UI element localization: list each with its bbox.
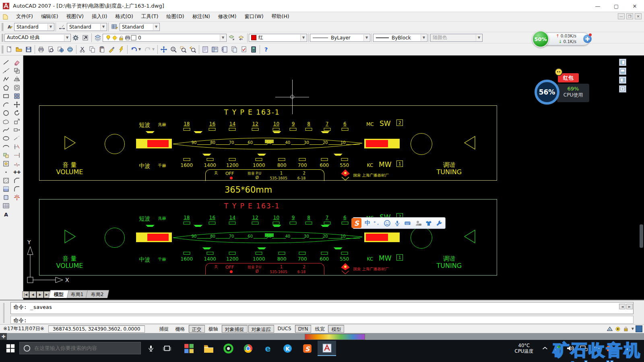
- draw-point-button[interactable]: [1, 168, 11, 176]
- color-combo[interactable]: 红▼: [249, 34, 307, 42]
- save-button[interactable]: [24, 45, 33, 54]
- workspace-combo[interactable]: AutoCAD 经典▼: [4, 34, 71, 42]
- designcenter-button[interactable]: [210, 45, 220, 54]
- taskbar-app-file-explorer[interactable]: [199, 341, 218, 356]
- status-toggle-对象追踪[interactable]: 对象追踪: [248, 325, 274, 333]
- clean-screen-button[interactable]: [636, 325, 642, 332]
- status-toggle-正交[interactable]: 正交: [189, 325, 205, 333]
- modify-fillet-button[interactable]: [12, 185, 22, 193]
- help-button[interactable]: ?: [261, 45, 271, 54]
- plot-preview-button[interactable]: [46, 45, 56, 54]
- modify-move-button[interactable]: [12, 100, 22, 109]
- draw-make-block-button[interactable]: [1, 159, 11, 168]
- task-view-button[interactable]: [158, 341, 176, 356]
- mdi-restore-button[interactable]: ❐: [626, 13, 633, 19]
- voice-input-icon[interactable]: [394, 220, 400, 227]
- 3d-dwf-button[interactable]: [65, 45, 75, 54]
- layer-combo[interactable]: 0 ▼: [103, 34, 227, 42]
- match-properties-button[interactable]: [107, 45, 116, 54]
- layout-tab-布局2[interactable]: 布局2: [86, 290, 109, 298]
- close-button[interactable]: ✕: [625, 0, 644, 12]
- red-packet-widget[interactable]: 红包: [558, 73, 579, 82]
- pan-button[interactable]: [159, 45, 169, 54]
- layer-properties-icon[interactable]: [93, 33, 103, 43]
- quickcalc-button[interactable]: [249, 45, 258, 54]
- memory-ball[interactable]: 50%: [532, 31, 549, 47]
- menu-item-2[interactable]: 编辑(E): [37, 12, 62, 21]
- modify-lengthen-button[interactable]: [12, 134, 22, 142]
- status-menu-caret[interactable]: ▼: [632, 327, 634, 331]
- menu-item-5[interactable]: 格式(O): [111, 12, 137, 21]
- docked-palette-button-3[interactable]: [619, 76, 626, 84]
- taskbar-app-kugou-music[interactable]: K: [278, 341, 297, 356]
- zoom-realtime-button[interactable]: ±: [169, 45, 178, 54]
- ime-indicator[interactable]: 中: [594, 345, 600, 352]
- make-layer-current-icon[interactable]: [227, 33, 236, 43]
- copy-button[interactable]: [87, 45, 97, 54]
- toolbar-lock-icon[interactable]: [623, 326, 629, 332]
- status-toggle-栅格[interactable]: 栅格: [173, 325, 188, 333]
- lineweight-combo[interactable]: ByBlock▼: [373, 34, 427, 42]
- tab-nav-2[interactable]: ◀: [29, 291, 36, 298]
- draw-gradient-button[interactable]: [1, 185, 11, 193]
- layout-tab-布局1[interactable]: 布局1: [66, 290, 89, 298]
- background-window-edge[interactable]: [305, 334, 365, 340]
- toolbar-grip[interactable]: [1, 23, 3, 31]
- toolbar-grip[interactable]: [1, 34, 3, 42]
- status-toggle-对象捕捉[interactable]: 对象捕捉: [222, 325, 248, 333]
- minimize-button[interactable]: —: [588, 0, 607, 12]
- soft-keyboard-icon[interactable]: [404, 220, 411, 227]
- modify-scale-button[interactable]: [12, 117, 22, 125]
- layout-tab-模型[interactable]: 模型: [49, 290, 69, 298]
- redo-button[interactable]: ▼: [142, 45, 156, 54]
- modify-chamfer-button[interactable]: [12, 176, 22, 185]
- draw-arc-button[interactable]: [1, 100, 11, 109]
- modify-mirror-button[interactable]: [12, 75, 22, 83]
- mdi-minimize-button[interactable]: —: [618, 13, 625, 19]
- modify-explode-button[interactable]: [12, 193, 22, 202]
- text-style-combo[interactable]: Standard▼: [14, 23, 54, 31]
- layer-previous-icon[interactable]: [236, 33, 246, 43]
- properties-button[interactable]: [200, 45, 210, 54]
- start-button[interactable]: [3, 342, 18, 354]
- draw-multiline-text-button[interactable]: A: [1, 210, 11, 218]
- dim-style-combo[interactable]: Standard▼: [67, 23, 107, 31]
- sogou-logo-icon[interactable]: S: [351, 218, 361, 228]
- menu-item-6[interactable]: 工具(T): [137, 12, 162, 21]
- taskbar-app-browser-chrome[interactable]: [239, 341, 257, 356]
- status-toggle-极轴[interactable]: 极轴: [206, 325, 221, 333]
- net-speed-widget[interactable]: 50% ↑0.03K/s ↓0.1K/s ✚: [532, 31, 592, 47]
- taskbar-app-toolbox-app[interactable]: [180, 341, 198, 356]
- taskbar-app-sogou-input[interactable]: S: [298, 341, 316, 356]
- draw-polyline-button[interactable]: [1, 75, 11, 83]
- draw-insert-block-button[interactable]: [1, 151, 11, 159]
- sheetset-manager-button[interactable]: [229, 45, 239, 54]
- qnew-button[interactable]: [4, 45, 14, 54]
- modify-erase-button[interactable]: [12, 58, 22, 66]
- paste-button[interactable]: [97, 45, 107, 54]
- draw-construction-line-button[interactable]: [1, 66, 11, 75]
- status-toggle-线宽[interactable]: 线宽: [312, 325, 327, 333]
- plot-button[interactable]: [36, 45, 46, 54]
- zoom-previous-button[interactable]: [188, 45, 198, 54]
- status-toggle-模型[interactable]: 模型: [328, 325, 344, 333]
- settings-wrench-icon[interactable]: [436, 220, 443, 227]
- emoji-icon[interactable]: [384, 220, 391, 227]
- tab-nav-3[interactable]: ▶: [37, 291, 43, 298]
- mdi-close-button[interactable]: ✕: [635, 13, 642, 19]
- corner-plus-button[interactable]: ✚: [0, 333, 7, 340]
- draw-line-button[interactable]: [1, 58, 11, 66]
- modify-extend-button[interactable]: [12, 151, 22, 159]
- open-button[interactable]: [14, 45, 24, 54]
- menu-item-8[interactable]: 标注(N): [188, 12, 214, 21]
- dim-style-icon[interactable]: [57, 22, 67, 32]
- zoom-window-button[interactable]: [178, 45, 188, 54]
- scrollbar-thumb[interactable]: [640, 224, 643, 248]
- workspace-settings-icon[interactable]: [71, 33, 80, 43]
- draw-circle-button[interactable]: [1, 109, 11, 117]
- draw-table-button[interactable]: [1, 202, 11, 210]
- modify-offset-button[interactable]: [12, 83, 22, 92]
- menu-item-4[interactable]: 插入(I): [88, 12, 111, 21]
- tray-chevron-icon[interactable]: [542, 345, 548, 352]
- text-style-icon[interactable]: A: [4, 22, 14, 32]
